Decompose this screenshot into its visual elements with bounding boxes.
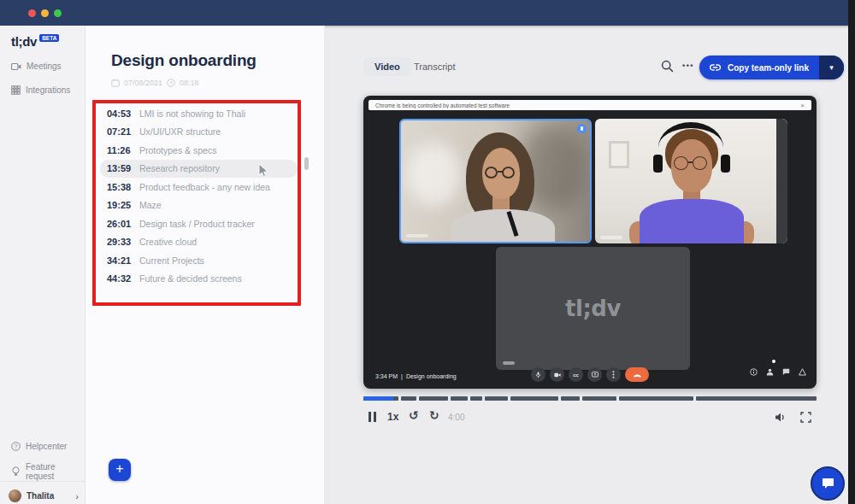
- ellipsis-icon: •••: [682, 62, 694, 70]
- chapter-timestamp[interactable]: 19:25: [107, 200, 135, 210]
- chapter-row[interactable]: 04:53 LMI is not showing to Thali: [100, 104, 298, 123]
- camera-button[interactable]: [550, 367, 564, 382]
- sidebar-item-label: Helpcenter: [26, 442, 67, 451]
- chapter-label[interactable]: Design task / Product tracker: [139, 219, 255, 229]
- video-camera-icon: [11, 62, 21, 71]
- volume-button[interactable]: [775, 411, 787, 426]
- logo-text: tl;dv: [11, 34, 37, 49]
- meet-chat-button[interactable]: [782, 364, 790, 379]
- present-button[interactable]: [587, 367, 602, 382]
- copy-button-label: Copy team-only link: [728, 63, 819, 73]
- zoom-window-button[interactable]: [54, 9, 62, 17]
- progress-segment[interactable]: [485, 396, 508, 401]
- avatar: [9, 489, 21, 502]
- chapter-timestamp[interactable]: 29:33: [107, 237, 135, 247]
- clock-icon: [167, 79, 175, 87]
- chapter-row[interactable]: 07:21 Ux/UI/UXR structure: [100, 123, 298, 142]
- add-button[interactable]: +: [109, 459, 131, 481]
- captions-button[interactable]: cc: [569, 367, 583, 382]
- progress-segment[interactable]: [561, 396, 580, 401]
- progress-fill: [363, 396, 393, 401]
- chapter-timestamp[interactable]: 04:53: [107, 108, 135, 119]
- chapter-row[interactable]: 11:26 Prototypes & specs: [100, 141, 298, 160]
- playback-speed-button[interactable]: 1x: [387, 411, 398, 423]
- chapter-timestamp[interactable]: 11:26: [107, 145, 135, 155]
- participant2-glasses: [674, 156, 688, 170]
- pause-icon: [369, 412, 371, 422]
- chapter-row[interactable]: 26:01 Design task / Product tracker: [100, 214, 298, 233]
- sidebar-item-helpcenter[interactable]: ? Helpcenter: [11, 442, 67, 451]
- chapter-label[interactable]: Creative cloud: [139, 237, 197, 247]
- progress-segment[interactable]: [696, 396, 817, 401]
- tab-transcript[interactable]: Transcript: [414, 62, 456, 72]
- pin-icon[interactable]: [577, 124, 587, 133]
- close-window-button[interactable]: [28, 9, 36, 17]
- chapter-timestamp[interactable]: 44:32: [107, 273, 135, 284]
- forward-icon: ↻: [429, 408, 439, 422]
- meet-people-button[interactable]: [766, 364, 774, 379]
- tldv-watermark: tl;dv: [565, 296, 621, 321]
- sidebar-divider: [0, 481, 86, 482]
- mic-button[interactable]: [531, 367, 545, 382]
- meet-activities-button[interactable]: [799, 364, 806, 379]
- app-window: tl;dv BETA Meetings Integrations: [0, 0, 855, 504]
- chapter-timestamp[interactable]: 26:01: [107, 219, 135, 229]
- chapter-label[interactable]: Research repository: [139, 163, 220, 173]
- pause-icon: [374, 412, 376, 422]
- minimize-window-button[interactable]: [41, 9, 49, 17]
- support-chat-button[interactable]: [811, 466, 845, 501]
- meeting-date: 07/08/2021: [124, 79, 162, 87]
- copy-team-link-button[interactable]: Copy team-only link ▾: [699, 56, 844, 79]
- forward-button[interactable]: ↻: [429, 408, 439, 422]
- sidebar-item-feature-request[interactable]: Feature request: [11, 462, 85, 481]
- activities-icon: [799, 368, 806, 376]
- chapter-row[interactable]: 44:32 Future & decided screens: [100, 270, 298, 289]
- close-icon[interactable]: ×: [800, 102, 805, 109]
- progress-bar[interactable]: [363, 396, 817, 401]
- progress-segment[interactable]: [510, 396, 558, 401]
- progress-segment[interactable]: [582, 396, 616, 401]
- chapter-label[interactable]: Prototypes & specs: [139, 145, 216, 155]
- chapter-timestamp[interactable]: 34:21: [107, 255, 135, 266]
- participant2-glasses-bridge: [688, 161, 693, 163]
- pause-button[interactable]: [369, 412, 376, 422]
- progress-segment[interactable]: [401, 396, 416, 401]
- chapter-label[interactable]: Maze: [139, 200, 162, 210]
- chapter-timestamp[interactable]: 13:59: [107, 163, 135, 173]
- tab-video[interactable]: Video: [363, 57, 411, 76]
- sidebar-item-meetings[interactable]: Meetings: [11, 62, 62, 71]
- app-logo[interactable]: tl;dv BETA: [11, 34, 59, 49]
- sidebar-item-integrations[interactable]: Integrations: [11, 85, 70, 95]
- more-options-button[interactable]: •••: [682, 62, 694, 70]
- chapter-label[interactable]: LMI is not showing to Thali: [139, 108, 245, 119]
- share-dropdown-button[interactable]: ▾: [819, 56, 844, 79]
- rewind-icon: ↺: [409, 408, 419, 422]
- chapter-timestamp[interactable]: 15:38: [107, 182, 135, 192]
- progress-segment[interactable]: [363, 396, 398, 401]
- chapter-label[interactable]: Product feedback - any new idea: [139, 182, 270, 192]
- sidebar-item-label: Meetings: [27, 62, 62, 71]
- chapter-label[interactable]: Ux/UI/UXR structure: [139, 126, 221, 137]
- search-button[interactable]: [661, 60, 674, 76]
- video-player[interactable]: Chrome is being controlled by automated …: [363, 96, 817, 389]
- chapter-row[interactable]: 34:21 Current Projects: [100, 251, 298, 270]
- chapter-row[interactable]: 19:25 Maze: [100, 196, 298, 215]
- sidebar-item-label: Feature request: [26, 462, 85, 481]
- chapter-label[interactable]: Future & decided screens: [139, 273, 242, 284]
- progress-segment[interactable]: [619, 396, 693, 401]
- chapter-row[interactable]: 29:33 Creative cloud: [100, 233, 298, 252]
- progress-segment[interactable]: [451, 396, 468, 401]
- mouse-cursor: [257, 163, 271, 179]
- progress-segment[interactable]: [419, 396, 448, 401]
- chapter-row[interactable]: 15:38 Product feedback - any new idea: [100, 178, 298, 196]
- scrollbar-thumb[interactable]: [304, 157, 309, 170]
- leave-call-button[interactable]: [625, 367, 649, 382]
- meet-info-button[interactable]: [750, 364, 758, 379]
- user-menu[interactable]: Thalita ›: [9, 489, 79, 502]
- more-controls-button[interactable]: [606, 367, 621, 382]
- chapter-timestamp[interactable]: 07:21: [107, 126, 135, 137]
- fullscreen-button[interactable]: [800, 411, 811, 426]
- rewind-button[interactable]: ↺: [409, 408, 419, 422]
- chapter-label[interactable]: Current Projects: [139, 255, 204, 266]
- progress-segment[interactable]: [470, 396, 482, 401]
